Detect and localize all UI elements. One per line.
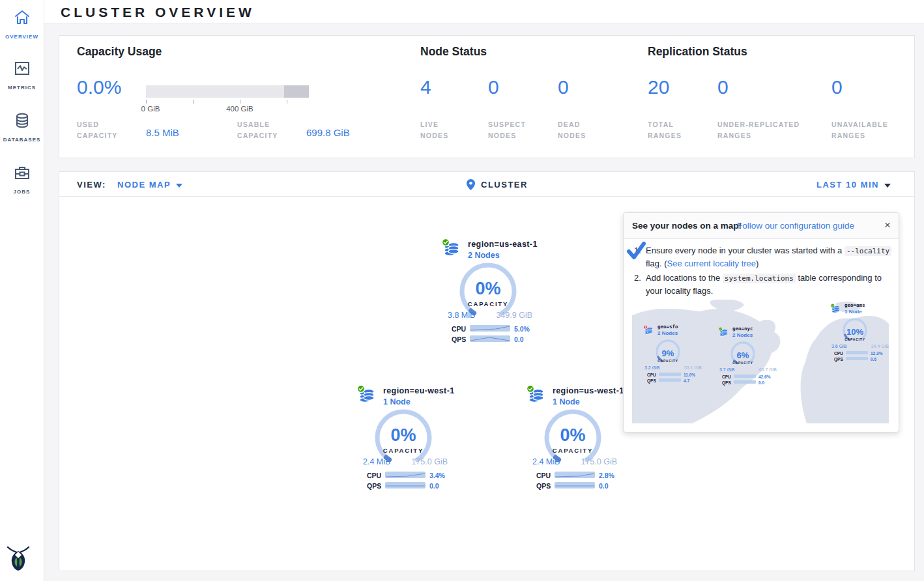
sidebar-label: DATABASES [3, 137, 41, 143]
sidebar-label: OVERVIEW [5, 34, 38, 40]
setup-step-1: 1. Ensure every node in your cluster was… [634, 244, 892, 270]
mini-used: 3.6 GiB [831, 344, 846, 348]
usable-capacity-label: USABLE CAPACITY [237, 119, 278, 141]
sidebar-label: METRICS [8, 85, 36, 91]
check-icon [626, 242, 646, 264]
popup-steps: 1. Ensure every node in your cluster was… [634, 244, 892, 300]
live-nodes-value: 4 [420, 76, 431, 98]
capacity-bar-dark-segment [284, 85, 309, 98]
sidebar: OVERVIEW METRICS DATABASES JOBS [0, 0, 44, 581]
cpu-value: 42.6% [758, 375, 770, 379]
node-stack-icon-warn [643, 325, 654, 336]
node-stack-icon [526, 385, 547, 406]
live-nodes-label: LIVE NODES [420, 119, 448, 141]
cluster-name: geo=sfo [657, 324, 678, 330]
database-icon [14, 112, 31, 129]
region-name: region=us-east-1 [468, 240, 538, 249]
breadcrumb[interactable]: CLUSTER [467, 179, 528, 190]
capacity-percent: 0% [508, 425, 638, 446]
unavailable-ranges-value: 0 [831, 76, 843, 98]
cluster-nodes: 2 Nodes [657, 330, 678, 336]
region-node-count: 1 Node [553, 397, 580, 406]
region-card-eu-west-1[interactable]: region=eu-west-1 1 Node 0% CAPACITY 2.4 … [338, 384, 469, 494]
qps-label: QPS [367, 482, 381, 490]
node-stack-icon [830, 304, 841, 315]
sidebar-item-jobs[interactable]: JOBS [0, 164, 44, 196]
page-title: CLUSTER OVERVIEW [61, 5, 255, 20]
total-capacity: 175.0 GiB [581, 457, 617, 466]
qps-value: 0.0 [514, 335, 524, 343]
close-icon[interactable]: × [884, 219, 891, 232]
used-capacity-value: 8.5 MiB [146, 127, 179, 138]
tick-label-400: 400 GiB [226, 105, 253, 113]
cpu-sparkline [734, 375, 756, 378]
metrics-icon [14, 60, 31, 77]
mini-used: 3.2 GiB [644, 365, 659, 370]
titlebar: CLUSTER OVERVIEW [44, 0, 924, 24]
region-name: region=us-west-1 [553, 386, 624, 395]
code-system-locations: system.locations [723, 274, 796, 283]
qps-label: QPS [834, 357, 843, 361]
mini-capacity-label: CAPACITY [643, 359, 693, 363]
dead-nodes-value: 0 [558, 76, 569, 98]
used-capacity: 2.4 MiB [532, 457, 560, 466]
cpu-sparkline [659, 373, 681, 376]
qps-sparkline [734, 380, 756, 384]
cpu-sparkline [385, 472, 426, 478]
mini-capacity-percent: 6% [718, 350, 768, 360]
sidebar-item-databases[interactable]: DATABASES [0, 112, 44, 144]
axis-tick [287, 100, 287, 104]
sidebar-item-overview[interactable]: OVERVIEW [0, 9, 44, 41]
capacity-percent: 0% [423, 279, 553, 299]
total-ranges-label: TOTAL RANGES [648, 119, 682, 141]
capacity-label: CAPACITY [338, 447, 469, 454]
code-locality-flag: --locality [845, 246, 891, 256]
cpu-value: 11.0% [684, 373, 695, 377]
total-capacity: 175.0 GiB [411, 457, 448, 466]
suspect-nodes-label: SUSPECT NODES [488, 119, 526, 141]
qps-label: QPS [452, 335, 466, 343]
qps-sparkline [555, 482, 595, 489]
used-capacity-label: USED CAPACITY [77, 119, 118, 141]
view-selector[interactable]: NODE MAP [117, 180, 182, 190]
node-stack-icon [441, 238, 462, 259]
unavailable-ranges-label: UNAVAILABLE RANGES [831, 119, 888, 141]
node-status-title: Node Status [420, 45, 487, 59]
node-stack-icon [718, 327, 729, 338]
qps-value: 4.7 [684, 378, 689, 383]
mini-total: 35.1 GiB [684, 365, 702, 370]
mini-capacity-label: CAPACITY [718, 361, 768, 365]
time-range-selector[interactable]: LAST 10 MIN [816, 180, 891, 190]
region-card-us-east-1[interactable]: region=us-east-1 2 Nodes 0% CAPACITY 3.8… [423, 237, 553, 348]
region-name: region=eu-west-1 [383, 386, 455, 395]
locality-tree-link[interactable]: See current locality tree [667, 259, 757, 268]
capacity-label: CAPACITY [508, 447, 638, 454]
qps-sparkline [385, 482, 426, 489]
qps-label: QPS [647, 378, 656, 383]
configuration-guide-link[interactable]: Follow our configuration guide [737, 221, 854, 231]
replication-status-title: Replication Status [648, 45, 747, 59]
sidebar-item-metrics[interactable]: METRICS [0, 60, 44, 92]
used-capacity: 3.8 MiB [448, 311, 475, 320]
popup-header: See your nodes on a map! Follow our conf… [624, 213, 899, 239]
cpu-label: CPU [367, 472, 381, 479]
mini-capacity-percent: 10% [830, 327, 880, 337]
mini-capacity-percent: 9% [643, 348, 693, 358]
cockroachdb-logo[interactable] [5, 543, 31, 572]
region-node-count: 1 Node [383, 397, 411, 406]
qps-sparkline [659, 378, 681, 382]
briefcase-icon [14, 164, 31, 181]
region-card-us-west-1[interactable]: region=us-west-1 1 Node 0% CAPACITY 2.4 … [508, 384, 638, 494]
cpu-value: 12.3% [871, 351, 882, 356]
example-node-map-image: geo=sfo 2 Nodes 9% CAPACITY 3.2 GiB 35.1… [632, 300, 889, 423]
capacity-percent: 0% [338, 425, 469, 446]
under-replicated-label: UNDER-REPLICATED RANGES [717, 119, 800, 141]
cpu-label: CPU [647, 373, 656, 377]
home-icon [14, 9, 31, 26]
axis-tick [193, 100, 194, 104]
chevron-down-icon [176, 184, 182, 188]
node-map-setup-popup: See your nodes on a map! Follow our conf… [623, 212, 899, 432]
mini-capacity-label: CAPACITY [830, 337, 880, 341]
view-bar: VIEW: NODE MAP CLUSTER LAST 10 MIN [59, 172, 914, 197]
cluster-name: geo=nyc [732, 326, 753, 332]
